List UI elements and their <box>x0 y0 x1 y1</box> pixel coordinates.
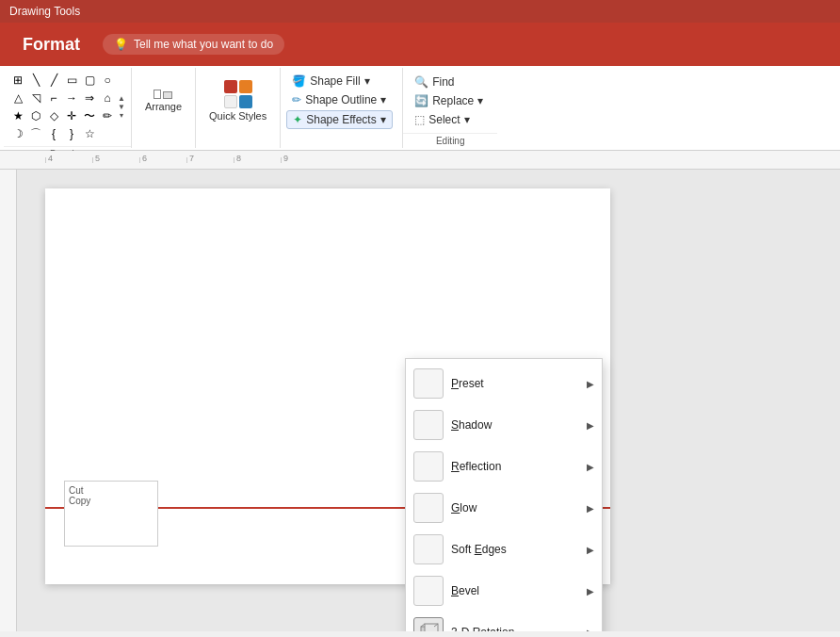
replace-button[interactable]: 🔄 Replace ▾ <box>409 92 489 109</box>
scroll-down-icon[interactable]: ▼ <box>118 104 125 111</box>
select-label: Select <box>428 113 460 126</box>
canvas-area[interactable]: Cut Copy Preset ▶ Shadow ▶ Reflection ▶ <box>17 170 840 631</box>
shape-outline-icon: ✏ <box>292 93 301 106</box>
glow-arrow: ▶ <box>587 503 594 514</box>
reflection-icon <box>413 451 444 482</box>
shadow-icon <box>413 410 444 440</box>
shape-oval[interactable]: ○ <box>99 72 116 89</box>
left-ruler <box>0 170 17 631</box>
menu-item-reflection[interactable]: Reflection ▶ <box>406 446 602 487</box>
shape-fill-button[interactable]: 🪣 Shape Fill ▾ <box>286 73 375 90</box>
arrange-button[interactable]: Arrange <box>137 86 189 116</box>
editing-top: 🔍 Find 🔄 Replace ▾ ⬚ Select ▾ <box>403 68 497 133</box>
shape-brace[interactable]: { <box>45 125 62 142</box>
bevel-label: Bevel <box>451 584 579 597</box>
shape-callout[interactable]: ⌂ <box>99 90 116 106</box>
3d-rotation-arrow: ▶ <box>587 628 594 632</box>
shape-grid: ⊞ ╲ ╱ ▭ ▢ ○ △ ◹ ⌐ → ⇒ ⌂ ★ ⬡ ◇ ✛ 〜 ✏ <box>9 72 116 142</box>
shape-bracket[interactable]: ⌐ <box>45 90 62 106</box>
select-button[interactable]: ⬚ Select ▾ <box>409 111 475 128</box>
glow-icon <box>413 493 444 523</box>
shape-effects-arrow[interactable]: ▾ <box>380 113 386 126</box>
3d-icon-svg <box>417 621 440 631</box>
3d-rotation-label: 3-D Rotation <box>451 626 579 631</box>
shape-rect[interactable]: ▭ <box>63 72 80 89</box>
qs-box-blue <box>239 95 252 108</box>
shape-effects-icon: ✦ <box>293 113 302 126</box>
arrange-icon <box>153 90 172 99</box>
format-tab[interactable]: Format <box>9 27 93 62</box>
shape-outline-button[interactable]: ✏ Shape Outline ▾ <box>286 91 392 108</box>
shape-cross[interactable]: ✛ <box>63 107 80 124</box>
shape-curve[interactable]: ⌒ <box>27 125 44 142</box>
shape-triangle[interactable]: △ <box>9 90 26 106</box>
shape-outline-arrow[interactable]: ▾ <box>380 93 386 106</box>
shape-scroll-btns: ▲ ▼ ▾ <box>118 95 125 120</box>
ruler-mark-7: 7 <box>186 157 234 163</box>
shape-format-section: 🪣 Shape Fill ▾ ✏ Shape Outline ▾ ✦ Shape… <box>281 68 403 148</box>
tell-me-box[interactable]: 💡 Tell me what you want to do <box>103 34 284 55</box>
shape-hex[interactable]: ⬡ <box>27 107 44 124</box>
shape-fill-arrow[interactable]: ▾ <box>364 74 370 88</box>
quick-styles-icon2 <box>224 95 252 108</box>
replace-arrow[interactable]: ▾ <box>477 94 483 107</box>
shape-freeform[interactable]: ✏ <box>99 107 116 124</box>
ribbon-tabs: Format 💡 Tell me what you want to do <box>0 23 840 66</box>
preset-label: Preset <box>451 377 579 390</box>
menu-item-bevel[interactable]: Bevel ▶ <box>406 570 602 612</box>
quick-styles-button[interactable]: Quick Styles <box>202 76 274 125</box>
shape-fill-label: Shape Fill <box>310 74 360 88</box>
copy-label: Copy <box>69 496 153 506</box>
reflection-arrow: ▶ <box>587 462 594 472</box>
shape-diamond[interactable]: ◇ <box>45 107 62 124</box>
shape-rtri[interactable]: ◹ <box>27 90 44 106</box>
editing-section: 🔍 Find 🔄 Replace ▾ ⬚ Select ▾ Editing <box>403 68 497 148</box>
clipboard-box: Cut Copy <box>64 481 158 547</box>
shape-rounded-rect[interactable]: ▢ <box>81 72 98 89</box>
shape-effects-dropdown: Preset ▶ Shadow ▶ Reflection ▶ Glow ▶ <box>405 358 603 631</box>
ruler-marks: 4 5 6 7 8 9 <box>45 157 328 163</box>
shape-5star[interactable]: ☆ <box>81 125 98 142</box>
menu-item-preset[interactable]: Preset ▶ <box>406 363 602 404</box>
shape-line[interactable]: ╲ <box>27 72 44 89</box>
shape-star[interactable]: ★ <box>9 107 26 124</box>
scroll-more-icon[interactable]: ▾ <box>120 112 123 120</box>
shape-moon[interactable]: ☽ <box>9 125 26 142</box>
title-bar: Drawing Tools <box>0 0 840 23</box>
select-arrow[interactable]: ▾ <box>464 113 470 126</box>
shape-arrow-d[interactable]: ⇒ <box>81 90 98 106</box>
ribbon-toolbar: ⊞ ╲ ╱ ▭ ▢ ○ △ ◹ ⌐ → ⇒ ⌂ ★ ⬡ ◇ ✛ 〜 ✏ <box>0 66 840 151</box>
shape-line2[interactable]: ╱ <box>45 72 62 89</box>
shadow-label: Shadow <box>451 418 579 432</box>
shape-brace-r[interactable]: } <box>63 125 80 142</box>
qs-box-orange <box>239 80 252 93</box>
find-button[interactable]: 🔍 Find <box>409 74 460 90</box>
quick-styles-label: Quick Styles <box>209 110 267 122</box>
shape-wave[interactable]: 〜 <box>81 107 98 124</box>
3d-rotation-icon <box>413 617 444 631</box>
shape-arrow-r[interactable]: → <box>63 90 80 106</box>
select-icon: ⬚ <box>414 113 425 126</box>
ruler-mark-4: 4 <box>45 157 92 163</box>
shape-fill-icon: 🪣 <box>292 74 306 88</box>
qs-box-gray <box>224 95 237 108</box>
menu-item-shadow[interactable]: Shadow ▶ <box>406 404 602 446</box>
scroll-up-icon[interactable]: ▲ <box>118 95 125 103</box>
ruler: 4 5 6 7 8 9 <box>0 151 840 170</box>
arrange-label: Arrange <box>145 101 182 112</box>
arrange-section: Arrange . <box>132 68 196 148</box>
qs-box-red <box>224 80 237 93</box>
quick-styles-section: Quick Styles . <box>196 68 281 148</box>
shape-effects-button[interactable]: ✦ Shape Effects ▾ <box>286 110 393 129</box>
ruler-mark-9: 9 <box>281 157 328 163</box>
shapes-top: ⊞ ╲ ╱ ▭ ▢ ○ △ ◹ ⌐ → ⇒ ⌂ ★ ⬡ ◇ ✛ 〜 ✏ <box>4 68 131 146</box>
menu-item-soft-edges[interactable]: Soft Edges ▶ <box>406 529 602 570</box>
soft-edges-label: Soft Edges <box>451 543 579 556</box>
shape-effects-label: Shape Effects <box>306 113 377 126</box>
shape-textbox[interactable]: ⊞ <box>9 72 26 89</box>
ruler-mark-6: 6 <box>139 157 186 163</box>
find-icon: 🔍 <box>414 75 428 89</box>
bevel-icon <box>413 576 444 606</box>
menu-item-glow[interactable]: Glow ▶ <box>406 487 602 529</box>
menu-item-3d-rotation[interactable]: 3-D Rotation ▶ <box>406 612 602 631</box>
